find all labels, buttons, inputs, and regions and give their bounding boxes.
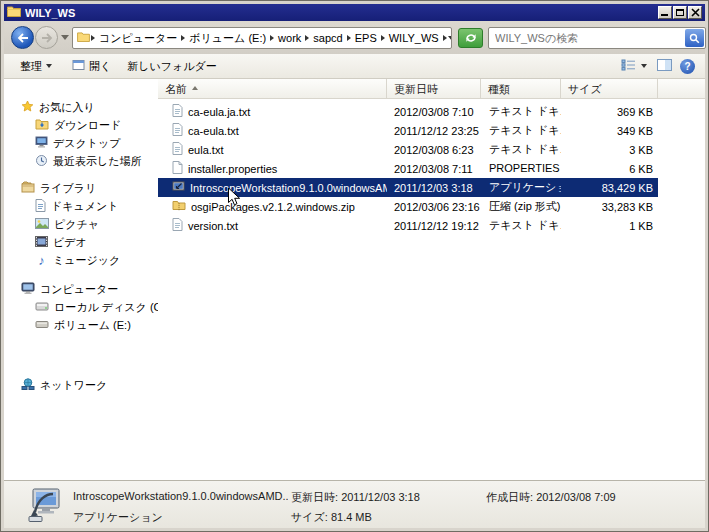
- local-disk-icon: [35, 301, 49, 314]
- breadcrumb-wily-ws[interactable]: WILY_WS: [386, 32, 442, 44]
- refresh-button[interactable]: [458, 28, 483, 48]
- volume-drive-icon: [35, 319, 49, 332]
- breadcrumb-sapcd[interactable]: sapcd: [310, 32, 345, 44]
- breadcrumb-separator-icon: [181, 35, 185, 41]
- breadcrumb-separator-icon: [443, 35, 447, 41]
- table-row[interactable]: version.txt 2011/12/12 19:12 テキスト ドキュメント…: [158, 216, 658, 235]
- back-button[interactable]: [11, 26, 34, 49]
- new-folder-label: 新しいフォルダー: [127, 59, 217, 74]
- column-header-size[interactable]: サイズ: [561, 79, 658, 98]
- sidebar-item-desktop[interactable]: デスクトップ: [4, 134, 158, 152]
- table-row[interactable]: ca-eula.txt 2011/12/12 23:25 テキスト ドキュメント…: [158, 121, 658, 140]
- documents-icon: [35, 199, 46, 214]
- folder-icon: [7, 6, 21, 19]
- maximize-button[interactable]: [673, 6, 687, 19]
- sidebar-item-label: ボリューム (E:): [54, 318, 131, 333]
- text-document-icon: [172, 123, 183, 138]
- status-file-name: IntroscopeWorkstation9.1.0.0windowsAMD..…: [73, 490, 288, 502]
- table-row[interactable]: eula.txt 2012/03/08 6:23 テキスト ドキュメント 3 K…: [158, 140, 658, 159]
- sidebar-item-label: 最近表示した場所: [53, 154, 142, 169]
- breadcrumb-work[interactable]: work: [275, 32, 304, 44]
- close-button[interactable]: [688, 6, 702, 19]
- breadcrumb-computer[interactable]: コンピューター: [96, 31, 180, 46]
- search-icon[interactable]: [685, 29, 704, 47]
- address-dropdown-icon[interactable]: [448, 36, 452, 41]
- sidebar-item-label: コンピューター: [40, 282, 118, 297]
- sidebar-item-label: ライブラリ: [40, 181, 96, 196]
- sidebar-item-libraries[interactable]: ライブラリ: [4, 179, 158, 197]
- sidebar-item-music[interactable]: ♪ ミュージック: [4, 251, 158, 269]
- status-date-created: 作成日時: 2012/03/08 7:09: [486, 490, 616, 505]
- sidebar-item-videos[interactable]: ビデオ: [4, 233, 158, 251]
- open-label: 開く: [89, 59, 111, 74]
- navigation-bar: コンピューター ボリューム (E:) work sapcd EPS WILY_W…: [4, 21, 705, 54]
- sidebar-item-volume-e[interactable]: ボリューム (E:): [4, 316, 158, 334]
- sidebar-item-label: ピクチャ: [54, 217, 99, 232]
- table-row[interactable]: ca-eula.ja.txt 2012/03/08 7:10 テキスト ドキュメ…: [158, 102, 658, 121]
- star-icon: [21, 100, 34, 115]
- sidebar-item-documents[interactable]: ドキュメント: [4, 197, 158, 215]
- breadcrumb-separator-icon: [91, 35, 95, 41]
- table-row-selected[interactable]: IntroscopeWorkstation9.1.0.0windowsAMD6.…: [158, 178, 658, 197]
- breadcrumb-eps[interactable]: EPS: [352, 32, 380, 44]
- sidebar-item-downloads[interactable]: ダウンロード: [4, 116, 158, 134]
- sidebar-item-recent-places[interactable]: 最近表示した場所: [4, 152, 158, 170]
- status-file-size: サイズ: 81.4 MB: [291, 510, 372, 525]
- title-bar: WILY_WS: [4, 4, 705, 21]
- sidebar-item-label: ダウンロード: [54, 118, 121, 133]
- sidebar-item-pictures[interactable]: ピクチャ: [4, 215, 158, 233]
- application-installer-icon: [172, 181, 185, 195]
- column-header-type[interactable]: 種類: [481, 79, 561, 98]
- sidebar-item-label: ミュージック: [53, 253, 120, 268]
- sidebar-item-label: ドキュメント: [51, 199, 119, 214]
- sidebar-item-computer[interactable]: コンピューター: [4, 280, 158, 298]
- sidebar-item-favorites[interactable]: お気に入り: [4, 98, 158, 116]
- preview-pane-button[interactable]: [657, 59, 672, 73]
- address-bar[interactable]: コンピューター ボリューム (E:) work sapcd EPS WILY_W…: [72, 27, 452, 49]
- explorer-window: WILY_WS コンピューター ボリューム (E:) work sapcd: [0, 0, 709, 532]
- sidebar-item-label: デスクトップ: [53, 136, 121, 151]
- forward-button[interactable]: [35, 26, 58, 49]
- file-list: 名前 更新日時 種類 サイズ ca-eula.ja.txt 2012/03/08…: [158, 79, 705, 480]
- sidebar-item-local-disk-c[interactable]: ローカル ディスク (C:): [4, 298, 158, 316]
- chevron-down-icon: [46, 64, 52, 68]
- window-title: WILY_WS: [25, 7, 657, 19]
- recent-places-icon: [35, 154, 48, 169]
- videos-icon: [35, 236, 48, 249]
- history-dropdown-icon[interactable]: [61, 35, 69, 40]
- views-icon: [621, 59, 636, 73]
- search-box[interactable]: [488, 27, 706, 49]
- main-area: お気に入り ダウンロード デスクトップ 最近表示した場所 ライブラリ ドキュメン…: [4, 79, 705, 480]
- new-folder-button[interactable]: 新しいフォルダー: [121, 56, 223, 77]
- breadcrumb-volume-e[interactable]: ボリューム (E:): [186, 31, 269, 46]
- organize-button[interactable]: 整理: [14, 56, 58, 77]
- details-pane: IntroscopeWorkstation9.1.0.0windowsAMD..…: [4, 480, 705, 528]
- change-view-button[interactable]: [619, 56, 649, 76]
- search-input[interactable]: [489, 32, 685, 44]
- minimize-button[interactable]: [658, 6, 672, 19]
- table-row[interactable]: installer.properties 2012/03/08 7:11 PRO…: [158, 159, 658, 178]
- sidebar-item-label: ローカル ディスク (C:): [54, 300, 168, 315]
- chevron-down-icon: [641, 64, 647, 68]
- command-bar: 整理 開く 新しいフォルダー ?: [4, 54, 705, 79]
- column-header-blank: [658, 79, 705, 98]
- status-file-type: アプリケーション: [73, 510, 163, 525]
- network-icon: [21, 378, 35, 392]
- application-installer-icon-large: [26, 487, 62, 525]
- status-date-modified: 更新日時: 2011/12/03 3:18: [291, 490, 420, 505]
- breadcrumb-separator-icon: [305, 35, 309, 41]
- column-header-date-modified[interactable]: 更新日時: [387, 79, 481, 98]
- organize-label: 整理: [20, 59, 42, 74]
- sidebar-item-network[interactable]: ネットワーク: [4, 376, 158, 394]
- help-icon[interactable]: ?: [680, 59, 695, 74]
- table-row[interactable]: osgiPackages.v2.1.2.windows.zip 2012/03/…: [158, 197, 658, 216]
- breadcrumb-separator-icon: [270, 35, 274, 41]
- computer-icon: [21, 282, 35, 296]
- navigation-pane: お気に入り ダウンロード デスクトップ 最近表示した場所 ライブラリ ドキュメン…: [4, 79, 158, 480]
- column-header-row: 名前 更新日時 種類 サイズ: [158, 79, 705, 99]
- text-document-icon: [172, 142, 183, 157]
- breadcrumb-separator-icon: [381, 35, 385, 41]
- breadcrumb-separator-icon: [347, 35, 351, 41]
- column-header-name[interactable]: 名前: [158, 79, 387, 98]
- open-button[interactable]: 開く: [66, 56, 117, 77]
